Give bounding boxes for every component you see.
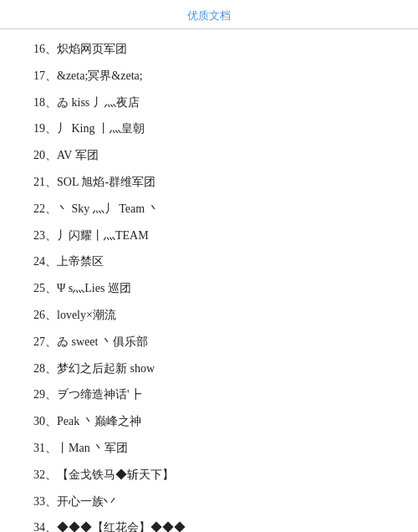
list-item: 25、Ψ s灬Lies 巡团 bbox=[33, 275, 385, 302]
content-area: 16、炽焰网页军团17、&zeta;冥界&zeta;18、ゐ kiss 丿灬夜店… bbox=[0, 29, 418, 532]
list-item: 18、ゐ kiss 丿灬夜店 bbox=[33, 90, 385, 116]
list-item: 16、炽焰网页军团 bbox=[33, 36, 385, 63]
list-item: 23、丿闪耀丨灬TEAM bbox=[33, 223, 385, 249]
list-item: 26、lovely×潮流 bbox=[33, 302, 385, 329]
list-item: 17、&zeta;冥界&zeta; bbox=[33, 63, 385, 90]
list-item: 30、Peak 丶巅峰之神 bbox=[33, 408, 385, 435]
page-header: 优质文档 bbox=[0, 0, 418, 29]
list-item: 33、开心一族丷 bbox=[33, 489, 385, 515]
list-item: 28、梦幻之后起新 show bbox=[33, 356, 385, 382]
list-item: 29、ヺつ缔造神话'┣ bbox=[33, 381, 385, 408]
list-item: 24、上帝禁区 bbox=[33, 248, 385, 275]
list-item: 32、【金戈铁马◆斩天下】 bbox=[33, 462, 385, 489]
list-item: 31、丨Man 丶军团 bbox=[33, 435, 385, 462]
list-item: 22、丶 Sky 灬丿 Team 丶 bbox=[33, 196, 385, 223]
list-item: 19、丿 King 丨灬皇朝 bbox=[33, 115, 385, 142]
list-item: 20、AV 军团 bbox=[33, 142, 385, 169]
header-title: 优质文档 bbox=[187, 9, 231, 22]
list-item: 34、◆◆◆【红花会】◆◆◆ bbox=[33, 514, 385, 532]
list-item: 27、ゐ sweet 丶俱乐部 bbox=[33, 329, 385, 356]
list-item: 21、SOL 旭焰-群维军团 bbox=[33, 169, 385, 196]
